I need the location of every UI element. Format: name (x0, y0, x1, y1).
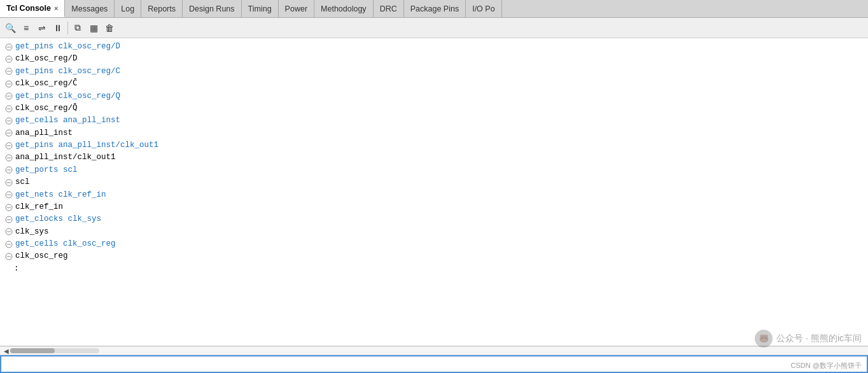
tab-label-methodology: Methodology (321, 4, 367, 13)
console-command[interactable]: get_pins clk_osc_reg/Q (15, 90, 120, 102)
console-line: get_ports scl (4, 164, 864, 176)
scroll-left-arrow[interactable]: ◀ (3, 348, 10, 355)
console-line: get_cells clk_osc_reg (4, 238, 864, 250)
tree-collapse-icon[interactable] (4, 54, 14, 64)
console-command[interactable]: get_pins clk_osc_reg/C (15, 66, 120, 78)
toolbar-btn-filter1[interactable]: ≡ (18, 20, 34, 36)
console-line: get_clocks clk_sys (4, 213, 864, 225)
console-output-text: clk_ref_in (15, 201, 63, 213)
toolbar-btn-search[interactable]: 🔍 (3, 20, 18, 36)
horizontal-scrollbar[interactable]: ◀ (0, 346, 868, 355)
console-command[interactable]: get_clocks clk_sys (15, 213, 101, 225)
tab-io-ports[interactable]: I/O Po (466, 0, 501, 17)
console-line: get_cells ana_pll_inst (4, 115, 864, 127)
console-command[interactable]: get_cells ana_pll_inst (15, 115, 120, 127)
console-line: get_pins clk_osc_reg/Q (4, 90, 864, 102)
tab-label-design-runs: Design Runs (189, 4, 235, 13)
console-line: clk_osc_reg/D (4, 53, 864, 65)
toolbar-btn-delete[interactable]: 🗑 (102, 20, 117, 36)
tab-label-drc: DRC (380, 4, 397, 13)
console-line: clk_osc_reg (4, 250, 864, 262)
tab-tcl-console[interactable]: Tcl Console× (0, 0, 65, 17)
tab-messages[interactable]: Messages (65, 0, 115, 17)
console-line: clk_ref_in (4, 201, 864, 213)
tab-log[interactable]: Log (115, 0, 141, 17)
tree-collapse-icon[interactable] (4, 79, 14, 89)
console-line: clk_osc_reg/Q̄ (4, 102, 864, 115)
console-output-text: clk_osc_reg (15, 250, 68, 262)
console-command[interactable]: get_nets clk_ref_in (15, 189, 106, 201)
tree-collapse-icon[interactable] (4, 202, 14, 213)
tab-package-pins[interactable]: Package Pins (404, 0, 466, 17)
toolbar-btn-filter2[interactable]: ⇌ (34, 20, 50, 36)
tab-label-messages: Messages (71, 4, 108, 13)
tree-collapse-icon[interactable] (4, 91, 14, 101)
console-output-text: clk_osc_reg/C̄ (15, 78, 78, 90)
tab-power[interactable]: Power (279, 0, 314, 17)
toolbar: 🔍≡⇌⏸⧉▦🗑 (0, 18, 868, 38)
toolbar-separator (67, 22, 68, 34)
tree-collapse-icon[interactable] (4, 239, 14, 250)
console-line: scl (4, 176, 864, 188)
tree-collapse-icon[interactable] (4, 104, 14, 114)
tab-methodology[interactable]: Methodology (314, 0, 374, 17)
console-line: ana_pll_inst (4, 127, 864, 139)
toolbar-btn-pause[interactable]: ⏸ (50, 20, 66, 36)
tab-bar: Tcl Console×MessagesLogReportsDesign Run… (0, 0, 868, 18)
console-line: get_nets clk_ref_in (4, 189, 864, 201)
console-line: get_pins clk_osc_reg/D (4, 41, 864, 53)
console-output-text: ana_pll_inst (15, 127, 73, 139)
tree-collapse-icon[interactable] (4, 165, 14, 175)
console-command[interactable]: get_pins clk_osc_reg/D (15, 41, 120, 53)
tab-label-io-ports: I/O Po (472, 4, 494, 13)
tree-collapse-icon[interactable] (4, 227, 14, 237)
tab-reports[interactable]: Reports (141, 0, 183, 17)
tree-collapse-icon[interactable] (4, 141, 14, 151)
console-command[interactable]: get_pins ana_pll_inst/clk_out1 (15, 139, 158, 151)
tree-collapse-icon[interactable] (4, 251, 14, 262)
console-line: ana_pll_inst/clk_out1 (4, 151, 864, 164)
console-input-area[interactable] (0, 355, 868, 373)
scrollbar-thumb[interactable] (10, 348, 55, 353)
tab-label-tcl-console: Tcl Console (6, 4, 51, 13)
tab-close-tcl-console[interactable]: × (54, 4, 58, 12)
console-command[interactable]: get_cells clk_osc_reg (15, 238, 116, 250)
console-line: get_pins clk_osc_reg/C (4, 66, 864, 78)
console-line: clk_osc_reg/C̄ (4, 78, 864, 90)
console-input[interactable] (4, 360, 864, 369)
console-output-text: ana_pll_inst/clk_out1 (15, 151, 116, 164)
scrollbar-track[interactable] (10, 348, 99, 353)
tab-timing[interactable]: Timing (242, 0, 279, 17)
tree-collapse-icon[interactable] (4, 178, 14, 188)
tree-collapse-icon[interactable] (4, 153, 14, 163)
console-output-text: clk_sys (15, 226, 49, 238)
console-command[interactable]: get_ports scl (15, 164, 78, 176)
tab-design-runs[interactable]: Design Runs (183, 0, 242, 17)
tree-collapse-icon[interactable] (4, 215, 14, 225)
tab-label-log: Log (121, 4, 134, 13)
console-output-text: clk_osc_reg/Q̄ (15, 102, 78, 115)
tree-collapse-icon[interactable] (4, 128, 14, 138)
toolbar-btn-copy[interactable]: ⧉ (70, 20, 85, 36)
console-output-text: clk_osc_reg/D (15, 53, 78, 65)
tree-collapse-icon[interactable] (4, 190, 14, 200)
tab-label-reports: Reports (148, 4, 176, 13)
console-dots-line: : (4, 263, 864, 275)
tab-drc[interactable]: DRC (374, 0, 404, 17)
tab-label-package-pins: Package Pins (410, 4, 459, 13)
toolbar-btn-grid[interactable]: ▦ (86, 20, 101, 36)
main-container: 🔍≡⇌⏸⧉▦🗑 get_pins clk_osc_reg/Dclk_osc_re… (0, 18, 868, 373)
tab-label-power: Power (285, 4, 307, 13)
tree-collapse-icon[interactable] (4, 66, 14, 76)
tree-collapse-icon[interactable] (4, 116, 14, 126)
console-dots: : (14, 263, 19, 275)
console-output-text: scl (15, 176, 30, 188)
console-line: clk_sys (4, 226, 864, 238)
console-line: get_pins ana_pll_inst/clk_out1 (4, 139, 864, 151)
console-output[interactable]: get_pins clk_osc_reg/Dclk_osc_reg/Dget_p… (0, 38, 868, 346)
tree-collapse-icon[interactable] (4, 42, 14, 52)
tab-label-timing: Timing (248, 4, 272, 13)
